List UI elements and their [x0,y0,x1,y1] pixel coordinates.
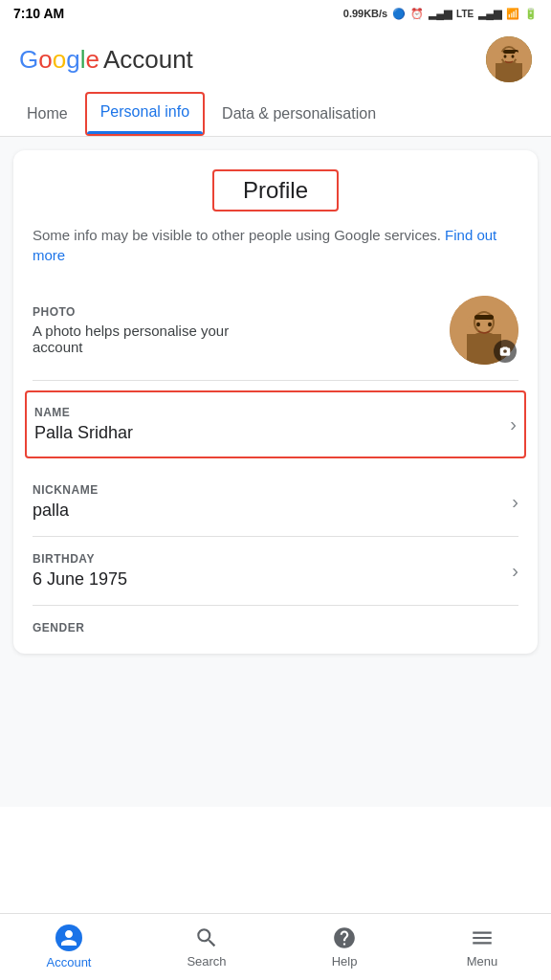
nav-account[interactable]: Account [0,914,138,980]
tab-personal-info[interactable]: Personal info [85,92,205,136]
menu-icon [470,925,495,950]
svg-rect-8 [499,52,503,59]
account-person-icon [55,924,82,951]
photo-label: PHOTO [33,305,229,319]
name-value: Palla Sridhar [34,423,133,443]
tab-home[interactable]: Home [10,92,85,136]
gender-row[interactable]: GENDER [33,606,518,654]
svg-rect-19 [496,317,501,327]
birthday-info: BIRTHDAY 6 June 1975 [33,552,127,590]
nav-search-label: Search [187,954,226,969]
gender-label: GENDER [33,621,84,635]
photo-section[interactable]: PHOTO A photo helps personalise your acc… [33,280,518,381]
signal2-icon: ▂▄▆ [478,8,501,20]
nav-help-label: Help [332,954,358,969]
header: Google Account [0,27,551,92]
profile-photo-container[interactable] [450,296,518,365]
data-speed: 0.99KB/s [343,8,387,19]
search-icon [194,925,219,950]
profile-info-text: Some info may be visible to other people… [33,225,518,265]
header-account-label: Account [103,45,193,75]
lte-icon: LTE [456,9,474,19]
birthday-chevron-icon: › [512,560,518,582]
nickname-info: NICKNAME palla [33,483,99,521]
google-logo: Google [19,45,99,75]
svg-point-7 [512,55,515,58]
nickname-value: palla [33,501,99,521]
name-info: NAME Palla Sridhar [34,406,133,443]
camera-icon [498,345,512,358]
gender-info: GENDER [33,621,84,638]
svg-rect-15 [474,315,494,320]
main-content: Profile Some info may be visible to othe… [0,137,551,807]
profile-heading-wrapper: Profile [33,169,518,212]
name-chevron-icon: › [510,413,517,435]
battery-icon: 🔋 [524,8,538,20]
bluetooth-icon: 🔵 [392,8,406,20]
nav-help[interactable]: Help [276,914,413,980]
tabs: Home Personal info Data & personalisatio… [0,92,551,137]
name-row[interactable]: NAME Palla Sridhar › [25,390,526,458]
birthday-value: 6 June 1975 [33,569,127,590]
person-icon [59,928,78,947]
profile-card: Profile Some info may be visible to othe… [13,150,538,654]
svg-point-17 [488,323,492,326]
svg-rect-18 [467,317,472,327]
nav-menu-label: Menu [467,954,498,969]
signal-icon: ▂▄▆ [429,8,452,20]
birthday-label: BIRTHDAY [33,552,127,566]
help-icon [332,925,357,950]
avatar-image [486,36,532,82]
tab-data-personalisation[interactable]: Data & personalisation [205,92,393,136]
profile-heading-box: Profile [212,169,339,212]
svg-rect-4 [496,63,522,82]
wifi-icon: 📶 [506,8,519,20]
alarm-icon: ⏰ [410,8,424,20]
profile-heading: Profile [243,177,308,203]
nickname-label: NICKNAME [33,483,99,497]
photo-desc: A photo helps personalise your account [33,323,229,355]
svg-point-6 [504,55,507,58]
svg-point-16 [476,323,480,326]
nickname-chevron-icon: › [512,491,518,513]
photo-info: PHOTO A photo helps personalise your acc… [33,305,229,355]
nav-account-label: Account [47,955,92,969]
bottom-nav: Account Search Help Menu [0,913,551,980]
status-bar: 7:10 AM 0.99KB/s 🔵 ⏰ ▂▄▆ LTE ▂▄▆ 📶 🔋 [0,0,551,27]
camera-badge[interactable] [494,340,517,363]
nickname-row[interactable]: NICKNAME palla › [33,468,518,537]
user-avatar[interactable] [486,36,532,82]
status-icons: 0.99KB/s 🔵 ⏰ ▂▄▆ LTE ▂▄▆ 📶 🔋 [343,8,538,20]
nav-menu[interactable]: Menu [413,914,551,980]
birthday-row[interactable]: BIRTHDAY 6 June 1975 › [33,537,518,606]
svg-rect-9 [515,52,518,59]
status-time: 7:10 AM [13,6,64,21]
nav-search[interactable]: Search [138,914,276,980]
name-label: NAME [34,406,133,419]
